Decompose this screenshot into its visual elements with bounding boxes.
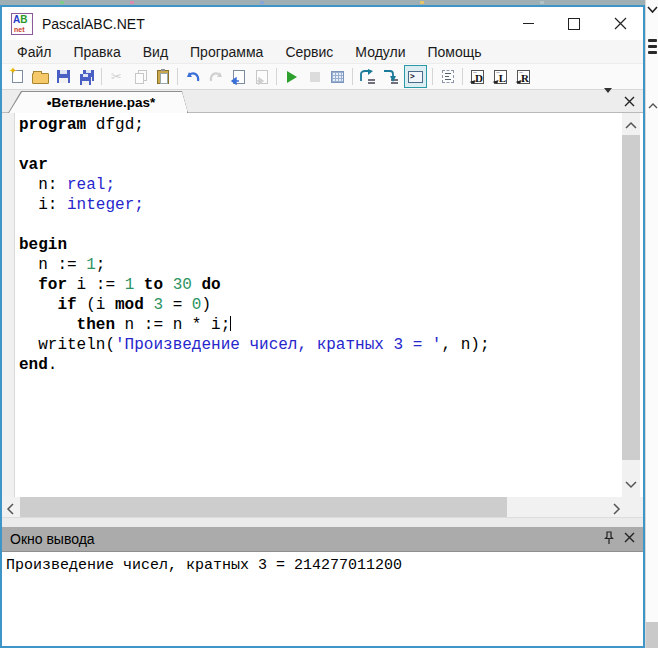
- nav-forward-icon[interactable]: [250, 65, 273, 88]
- format-code-icon[interactable]: [326, 65, 349, 88]
- menu-bar: ФайлПравкаВидПрограммаСервисМодулиПомощь: [2, 40, 643, 63]
- code-editor[interactable]: program dfgd;var n: real; i: integer;beg…: [2, 113, 643, 497]
- save-all-icon[interactable]: [75, 65, 98, 88]
- close-button[interactable]: [597, 7, 643, 40]
- nav-back-icon[interactable]: [227, 65, 250, 88]
- menu-item[interactable]: Модули: [344, 40, 416, 63]
- scroll-up-icon[interactable]: [625, 116, 637, 134]
- undo-icon[interactable]: [181, 65, 204, 88]
- letter-d-glyph: D: [475, 72, 483, 84]
- step-over-icon[interactable]: [356, 65, 379, 88]
- code-line: for i := 1 to 30 do: [19, 275, 603, 295]
- vertical-scrollbar-thumb[interactable]: [622, 135, 640, 460]
- chevron-down-icon: [604, 88, 612, 110]
- editor-horizontal-scrollbar[interactable]: [2, 497, 643, 517]
- tab-active[interactable]: •Ветвление.pas*: [8, 91, 188, 113]
- copy-icon[interactable]: [128, 65, 151, 88]
- output-panel-body: Произведение чисел, кратных 3 = 21427701…: [2, 551, 643, 646]
- step-into-icon[interactable]: [379, 65, 402, 88]
- toolbar-separator: [101, 68, 102, 85]
- menu-item-label: Модули: [355, 44, 405, 60]
- pin-button[interactable]: [603, 531, 615, 549]
- output-close-button[interactable]: [624, 532, 635, 543]
- background-speck: [540, 1, 544, 4]
- window-l-icon[interactable]: ⁗L: [489, 65, 512, 88]
- pascalabc-window: AB net PascalABC.NET ФайлПравкаВидПрогра…: [0, 5, 645, 648]
- console-toggle-icon[interactable]: >: [402, 63, 429, 90]
- toolbar-separator: [352, 68, 353, 85]
- code-line: n := 1;: [19, 255, 603, 275]
- paste-icon[interactable]: [151, 65, 174, 88]
- open-file-icon[interactable]: [29, 65, 52, 88]
- editor-gutter: [2, 113, 15, 497]
- horizontal-scrollbar-thumb[interactable]: [20, 497, 507, 517]
- menu-item[interactable]: Вид: [132, 40, 179, 63]
- text-caret: [230, 316, 231, 331]
- menu-item[interactable]: Правка: [62, 40, 131, 63]
- logo-net-text: net: [14, 26, 25, 33]
- code-line: i: integer;: [19, 195, 603, 215]
- menu-item-label: Файл: [17, 44, 51, 60]
- code-line: begin: [19, 235, 603, 255]
- save-icon[interactable]: [52, 65, 75, 88]
- panel-splitter[interactable]: [2, 517, 643, 527]
- background-scrollbar-thumb: [646, 622, 658, 648]
- cut-icon[interactable]: ✂: [105, 65, 128, 88]
- code-line: if (i mod 3 = 0): [19, 295, 603, 315]
- redo-icon[interactable]: [204, 65, 227, 88]
- menu-burger-icon: [648, 39, 657, 57]
- output-text: Произведение чисел, кратных 3 = 21427701…: [6, 557, 402, 574]
- window-title: PascalABC.NET: [42, 16, 505, 32]
- menu-item-label: Программа: [190, 44, 263, 60]
- code-line: end.: [19, 355, 603, 375]
- letter-r-glyph: R: [521, 72, 529, 84]
- letter-l-glyph: L: [499, 72, 506, 84]
- output-panel-header: Окно вывода: [2, 527, 643, 551]
- minimize-icon: [523, 23, 534, 24]
- menu-item[interactable]: Файл: [6, 40, 62, 63]
- scroll-down-icon[interactable]: [625, 475, 637, 493]
- new-file-icon[interactable]: ✦: [6, 65, 29, 88]
- stop-icon[interactable]: [303, 65, 326, 88]
- tab-bar: •Ветвление.pas*: [2, 90, 643, 113]
- editor-vertical-scrollbar[interactable]: [622, 113, 640, 497]
- background-speck: [60, 1, 64, 4]
- menu-item[interactable]: Программа: [179, 40, 274, 63]
- console-toggle-selected-frame: >: [404, 65, 427, 88]
- scroll-up-icon[interactable]: [648, 96, 658, 114]
- title-bar: AB net PascalABC.NET: [2, 7, 643, 40]
- run-icon[interactable]: [280, 65, 303, 88]
- tab-label: •Ветвление.pas*: [41, 95, 156, 110]
- close-icon: [614, 17, 627, 30]
- background-speck: [420, 1, 424, 4]
- code-line: var: [19, 155, 603, 175]
- pin-icon: [603, 531, 615, 545]
- background-speck: [130, 1, 134, 4]
- logo-letter-b: B: [20, 14, 27, 25]
- code-line: n: real;: [19, 175, 603, 195]
- menu-item-label: Сервис: [285, 44, 333, 60]
- window-d-icon[interactable]: ⁗D: [466, 65, 489, 88]
- menu-item[interactable]: Сервис: [274, 40, 344, 63]
- code-line: program dfgd;: [19, 115, 603, 135]
- background-speck: [260, 1, 264, 4]
- menu-item-label: Правка: [73, 44, 120, 60]
- minimize-button[interactable]: [505, 7, 551, 40]
- window-r-icon[interactable]: ⁗R: [512, 65, 535, 88]
- code-line: writeln('Произведение чисел, кратных 3 =…: [19, 335, 603, 355]
- tab-list-dropdown[interactable]: [604, 93, 612, 111]
- background-window-edge: [645, 0, 658, 648]
- toolbar: ✦ ✂: [2, 63, 643, 90]
- toolbar-separator: [177, 68, 178, 85]
- maximize-button[interactable]: [551, 7, 597, 40]
- tab-close-button[interactable]: [624, 96, 635, 107]
- chevron-down-icon: [647, 0, 658, 18]
- panel-toggle-icon[interactable]: [436, 65, 459, 88]
- menu-item-label: Вид: [143, 44, 168, 60]
- scroll-right-icon[interactable]: [612, 501, 621, 519]
- output-panel-title: Окно вывода: [10, 531, 95, 547]
- menu-item[interactable]: Помощь: [417, 40, 493, 63]
- console-prompt-glyph: >: [410, 72, 415, 82]
- toolbar-separator: [462, 68, 463, 85]
- scroll-left-icon[interactable]: [6, 501, 15, 519]
